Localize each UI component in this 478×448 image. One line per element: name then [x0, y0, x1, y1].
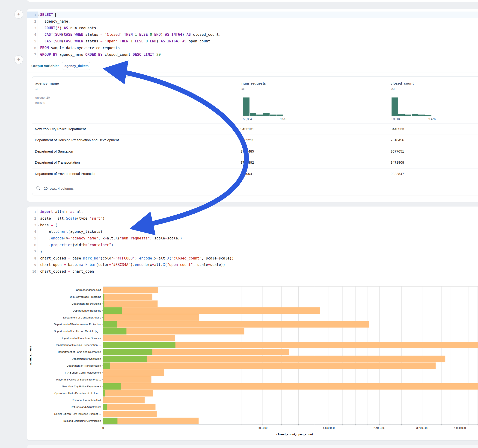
svg-text:New York City Police Departmen: New York City Police Department: [62, 385, 101, 388]
table-row[interactable]: Department of Transportation377489234719…: [32, 157, 478, 168]
code-line[interactable]: 1∨SELECT: [27, 12, 478, 18]
table-row[interactable]: Department of Housing Preservation and D…: [32, 135, 478, 146]
num-requests-histogram: [243, 98, 283, 116]
svg-text:Department for the Aging: Department for the Aging: [71, 302, 101, 305]
svg-text:800,000: 800,000: [258, 427, 267, 429]
search-icon[interactable]: [36, 186, 41, 191]
results-table-card: agency_name str unique: 20 nulls: 0 num_…: [32, 76, 478, 195]
svg-text:agency_name: agency_name: [29, 346, 32, 365]
closed-count-histogram: [391, 98, 431, 116]
svg-text:Personal Exemption Unit: Personal Exemption Unit: [72, 399, 101, 401]
code-line[interactable]: 6FROM sample_data.nyc.service_requests: [27, 45, 478, 51]
svg-text:Department of Health and Menta: Department of Health and Mental Hyg…: [54, 330, 101, 333]
next-cell-edge: [27, 445, 478, 448]
svg-text:Refunds and Adjustments: Refunds and Adjustments: [71, 406, 101, 408]
svg-text:1,600,000: 1,600,000: [323, 427, 335, 429]
svg-text:3,200,000: 3,200,000: [416, 427, 428, 429]
output-variable-row: Output variable: agency_tickets: [27, 59, 478, 73]
svg-text:4,000,000: 4,000,000: [454, 427, 466, 429]
table-row[interactable]: Department of Environmental Protection22…: [32, 168, 478, 179]
code-line[interactable]: 7): [27, 249, 478, 255]
svg-text:closed_count, open_count: closed_count, open_count: [277, 433, 313, 436]
code-line[interactable]: 3 COUNT(*) AS num_requests,: [27, 25, 478, 31]
svg-text:Mayorâ€ s Office of Special En: Mayorâ€ s Office of Special Enforce…: [56, 378, 101, 381]
code-line[interactable]: 9chart_open = base.mark_bar(color="#8BC3…: [27, 261, 478, 268]
svg-text:Senior Citizen Rent Increase E: Senior Citizen Rent Increase Exempti…: [54, 412, 101, 415]
table-footer: 20 rows, 4 columns: [32, 185, 74, 192]
output-variable-pill[interactable]: agency_tickets: [62, 62, 90, 70]
add-cell-button-mid[interactable]: +: [14, 55, 23, 64]
table-row-count: 20 rows, 4 columns: [44, 187, 74, 190]
altair-bar-chart: Correspondence UnitDHS Advantage Program…: [27, 284, 478, 439]
svg-text:Department of Environmental Pr: Department of Environmental Protection: [54, 323, 101, 326]
code-line[interactable]: 4 CAST(SUM(CASE WHEN status = 'Closed' T…: [27, 31, 478, 38]
output-variable-label: Output variable:: [31, 64, 59, 68]
notebook-page: { "colors": { "accent_arrow": "#2b59dd",…: [0, 0, 478, 448]
code-line[interactable]: 5 .encode(y="agency_name", x=alt.X("num_…: [27, 235, 478, 242]
sql-code-editor[interactable]: 1∨SELECT2 agency_name,3 COUNT(*) AS num_…: [27, 9, 478, 58]
svg-text:Department of Parks and Recrea: Department of Parks and Recreation: [58, 350, 101, 353]
svg-text:Department of Transportation: Department of Transportation: [66, 364, 101, 367]
svg-text:Operations Unit - Department o: Operations Unit - Department of Hom…: [54, 392, 101, 395]
svg-text:2,400,000: 2,400,000: [374, 427, 385, 429]
svg-text:Department of Buildings: Department of Buildings: [73, 309, 101, 312]
python-code-editor[interactable]: 1import altair as alt2scale = alt.Scale(…: [27, 206, 478, 275]
svg-text:Correspondence Unit: Correspondence Unit: [76, 288, 101, 291]
svg-text:DHS Advantage Programs: DHS Advantage Programs: [70, 295, 101, 298]
svg-text:Department of Sanitation: Department of Sanitation: [72, 357, 101, 360]
table-row[interactable]: Department of Sanitation37494853677651: [32, 146, 478, 157]
sql-cell-card: 1∨SELECT2 agency_name,3 COUNT(*) AS num_…: [27, 9, 478, 202]
svg-text:0: 0: [102, 427, 104, 429]
code-line[interactable]: 2 agency_name,: [27, 18, 478, 25]
code-line[interactable]: 7GROUP BY agency_name ORDER BY closed_co…: [27, 51, 478, 58]
svg-text:Taxi and Limousine Commission: Taxi and Limousine Commission: [63, 419, 101, 422]
table-row[interactable]: New York City Police Department945313194…: [32, 124, 478, 135]
code-line[interactable]: 2scale = alt.Scale(type="sqrt"): [27, 215, 478, 222]
svg-text:Department of Homeless Service: Department of Homeless Services: [61, 337, 101, 339]
add-cell-button-top[interactable]: +: [14, 10, 23, 19]
svg-text:Department of Consumer Affairs: Department of Consumer Affairs: [63, 316, 101, 319]
code-line[interactable]: 4 alt.Chart(agency_tickets): [27, 228, 478, 235]
code-line[interactable]: 6 .properties(width="container"): [27, 242, 478, 249]
svg-text:HRA Benefit Card Replacement: HRA Benefit Card Replacement: [64, 371, 101, 374]
code-line[interactable]: 8chart_closed = base.mark_bar(color="#FF…: [27, 255, 478, 262]
code-line[interactable]: 5 CAST(SUM(CASE WHEN status = 'Open' THE…: [27, 38, 478, 45]
python-cell-card: 1import altair as alt2scale = alt.Scale(…: [27, 206, 478, 441]
svg-text:Department of Housing Preserva: Department of Housing Preservation …: [55, 344, 101, 346]
previous-cell-edge: [27, 0, 478, 2]
code-line[interactable]: 1import altair as alt: [27, 209, 478, 215]
code-line[interactable]: 3∨base = (: [27, 222, 478, 229]
code-line[interactable]: 10chart_closed + chart_open: [27, 268, 478, 275]
